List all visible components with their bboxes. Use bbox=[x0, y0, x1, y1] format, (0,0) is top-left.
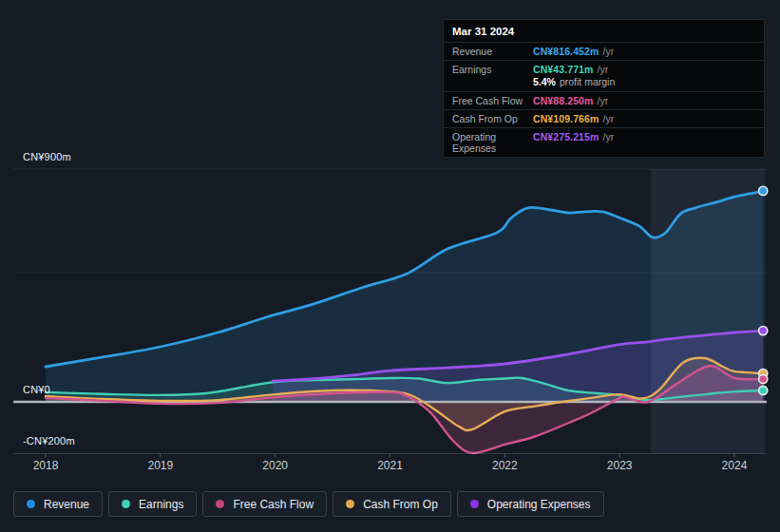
tooltip-value: CN¥816.452m/yr bbox=[533, 46, 614, 57]
earnings-color-dot bbox=[122, 500, 130, 508]
legend-item-revenue[interactable]: Revenue bbox=[13, 491, 103, 517]
tooltip-value: CN¥43.771m/yr bbox=[533, 64, 608, 75]
tooltip-value: CN¥275.215m/yr bbox=[533, 131, 614, 142]
earnings-end-marker[interactable] bbox=[759, 386, 768, 394]
revenue-end-marker[interactable] bbox=[759, 186, 768, 195]
tooltip-value: CN¥109.766m/yr bbox=[533, 113, 614, 124]
x-axis-label: 2023 bbox=[607, 459, 633, 472]
tooltip-value-suffix: /yr bbox=[602, 113, 614, 124]
y-axis-label: -CN¥200m bbox=[23, 435, 75, 447]
tooltip-value-suffix: /yr bbox=[597, 64, 608, 75]
revenue-color-dot bbox=[27, 500, 35, 508]
chart-legend: RevenueEarningsFree Cash FlowCash From O… bbox=[13, 491, 604, 517]
tooltip-row-revenue: RevenueCN¥816.452m/yr bbox=[444, 43, 764, 61]
x-axis-label: 2022 bbox=[492, 459, 518, 472]
legend-label: Revenue bbox=[44, 498, 89, 511]
tooltip-row-earnings: EarningsCN¥43.771m/yr bbox=[444, 61, 764, 76]
x-axis-label: 2021 bbox=[377, 459, 403, 472]
latest-period-highlight bbox=[651, 169, 766, 453]
chart-tooltip: Mar 31 2024 RevenueCN¥816.452m/yrEarning… bbox=[443, 19, 765, 158]
legend-item-earnings[interactable]: Earnings bbox=[108, 491, 197, 517]
profit-margin-value: 5.4% bbox=[533, 76, 556, 87]
tooltip-row-cash-from-op: Cash From OpCN¥109.766m/yr bbox=[444, 110, 764, 128]
free-cash-flow-color-dot bbox=[216, 500, 224, 508]
tooltip-profit-margin-row: 5.4%profit margin bbox=[444, 76, 764, 92]
x-axis-label: 2020 bbox=[262, 459, 288, 472]
tooltip-label: Revenue bbox=[452, 46, 533, 57]
tooltip-label: Cash From Op bbox=[452, 113, 533, 124]
tooltip-label: Operating Expenses bbox=[452, 131, 533, 154]
tooltip-label: Free Cash Flow bbox=[452, 95, 533, 106]
y-axis-label: CN¥0 bbox=[23, 384, 50, 396]
cash-from-op-color-dot bbox=[346, 500, 354, 508]
x-axis-label: 2019 bbox=[147, 459, 173, 472]
operating-expenses-end-marker[interactable] bbox=[759, 327, 768, 335]
tooltip-value: CN¥88.250m/yr bbox=[533, 95, 608, 106]
tooltip-row-free-cash-flow: Free Cash FlowCN¥88.250m/yr bbox=[444, 92, 764, 110]
legend-item-operating-expenses[interactable]: Operating Expenses bbox=[457, 491, 604, 517]
tooltip-row-operating-expenses: Operating ExpensesCN¥275.215m/yr bbox=[444, 128, 764, 157]
tooltip-value-suffix: /yr bbox=[597, 95, 608, 106]
legend-label: Cash From Op bbox=[363, 498, 438, 511]
legend-label: Earnings bbox=[139, 498, 183, 511]
tooltip-value-suffix: /yr bbox=[602, 46, 614, 57]
legend-label: Operating Expenses bbox=[487, 498, 591, 511]
x-axis-label: 2024 bbox=[722, 459, 748, 472]
legend-item-free-cash-flow[interactable]: Free Cash Flow bbox=[202, 491, 327, 517]
tooltip-date: Mar 31 2024 bbox=[444, 20, 764, 43]
x-axis-label: 2018 bbox=[33, 459, 59, 472]
free-cash-flow-end-marker[interactable] bbox=[759, 374, 768, 383]
tooltip-value-suffix: /yr bbox=[602, 131, 614, 142]
operating-expenses-color-dot bbox=[470, 500, 479, 508]
tooltip-label: Earnings bbox=[452, 64, 533, 75]
legend-label: Free Cash Flow bbox=[233, 498, 314, 511]
profit-margin-text: profit margin bbox=[560, 76, 615, 87]
legend-item-cash-from-op[interactable]: Cash From Op bbox=[333, 491, 451, 517]
y-axis-label: CN¥900m bbox=[23, 151, 71, 163]
